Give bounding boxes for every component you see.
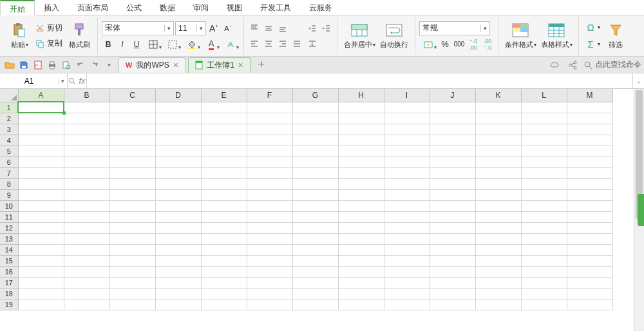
quick-menu-button[interactable]: ▾ (102, 59, 115, 71)
cell[interactable] (155, 200, 201, 211)
cell[interactable] (384, 255, 430, 266)
number-format-combo[interactable]: 常规 ▾ (419, 21, 490, 35)
cell[interactable] (201, 288, 247, 299)
cell[interactable] (247, 102, 292, 113)
cell[interactable] (155, 244, 201, 255)
cell[interactable] (292, 124, 338, 135)
cell[interactable] (521, 299, 567, 310)
cell[interactable] (109, 244, 155, 255)
cell[interactable] (338, 135, 384, 146)
close-icon[interactable]: × (238, 60, 243, 70)
cell[interactable] (64, 200, 109, 211)
cell[interactable] (338, 102, 384, 113)
row-header[interactable]: 9 (0, 189, 18, 200)
column-header[interactable]: A (18, 89, 64, 102)
cell[interactable] (430, 124, 475, 135)
row-header[interactable]: 12 (0, 222, 18, 233)
column-header[interactable]: F (247, 89, 292, 102)
cell[interactable] (567, 222, 612, 233)
cell[interactable] (430, 146, 475, 156)
row-header[interactable]: 10 (0, 200, 18, 211)
cell[interactable] (155, 288, 201, 299)
cell[interactable] (475, 189, 521, 200)
cell[interactable] (430, 277, 475, 288)
cell[interactable] (430, 156, 475, 167)
decrease-decimal-button[interactable]: .00⁻.0 (481, 38, 494, 51)
cell[interactable] (475, 288, 521, 299)
cell[interactable] (18, 146, 64, 156)
copy-button[interactable]: 复制 (32, 37, 65, 51)
percent-button[interactable]: % (439, 38, 451, 51)
cell[interactable] (155, 299, 201, 310)
increase-indent-button[interactable] (320, 22, 333, 35)
cell[interactable] (64, 102, 109, 113)
column-header[interactable]: K (475, 89, 521, 102)
cell[interactable] (338, 189, 384, 200)
cell[interactable] (338, 211, 384, 222)
column-header[interactable]: I (384, 89, 430, 102)
table-style-button[interactable]: 表格样式▾ (538, 18, 574, 54)
menu-tab-1[interactable]: 插入 (35, 0, 68, 15)
cell[interactable] (338, 200, 384, 211)
cell[interactable] (18, 200, 64, 211)
cell[interactable] (64, 299, 109, 310)
cell[interactable] (292, 244, 338, 255)
cell[interactable] (247, 288, 292, 299)
cell[interactable] (384, 167, 430, 178)
cell[interactable] (18, 178, 64, 189)
cell[interactable] (109, 102, 155, 113)
cell[interactable] (247, 189, 292, 200)
cell[interactable] (521, 222, 567, 233)
cell[interactable] (247, 124, 292, 135)
column-header[interactable]: J (430, 89, 475, 102)
cell[interactable] (567, 113, 612, 124)
redo-button[interactable] (88, 59, 101, 71)
cell[interactable] (201, 200, 247, 211)
cell[interactable] (567, 200, 612, 211)
cell[interactable] (109, 288, 155, 299)
cell[interactable] (567, 266, 612, 277)
cell[interactable] (567, 189, 612, 200)
cell[interactable] (384, 189, 430, 200)
cell[interactable] (384, 288, 430, 299)
italic-button[interactable]: I (116, 38, 129, 51)
cell[interactable] (338, 277, 384, 288)
comma-button[interactable]: 000 (453, 38, 466, 51)
cell[interactable] (201, 135, 247, 146)
cell[interactable] (567, 102, 612, 113)
row-header[interactable]: 6 (0, 156, 18, 167)
cell[interactable] (292, 222, 338, 233)
cloud-save-button[interactable] (548, 59, 561, 71)
cell[interactable] (109, 135, 155, 146)
column-header[interactable]: H (338, 89, 384, 102)
side-panel-handle[interactable] (638, 194, 644, 226)
cell[interactable] (201, 102, 247, 113)
cell[interactable] (247, 200, 292, 211)
cell[interactable] (292, 277, 338, 288)
cell[interactable] (155, 178, 201, 189)
cell[interactable] (475, 233, 521, 244)
cell[interactable] (109, 299, 155, 310)
cell[interactable] (384, 178, 430, 189)
cell[interactable] (18, 113, 64, 124)
doc-tab-mywps[interactable]: W 我的WPS × (118, 57, 185, 73)
cell[interactable] (338, 255, 384, 266)
cell[interactable] (18, 255, 64, 266)
cell[interactable] (430, 189, 475, 200)
cell[interactable] (247, 211, 292, 222)
align-left-button[interactable] (248, 37, 261, 50)
cell[interactable] (521, 156, 567, 167)
menu-tab-3[interactable]: 公式 (117, 0, 151, 15)
bold-button[interactable]: B (102, 38, 115, 51)
fill-color-button[interactable]: ▾ (183, 38, 201, 51)
cell[interactable] (247, 255, 292, 266)
row-header[interactable]: 2 (0, 113, 18, 124)
cell[interactable] (384, 299, 430, 310)
row-header[interactable]: 11 (0, 211, 18, 222)
phonetic-button[interactable]: ▾ (222, 38, 240, 51)
cell[interactable] (201, 167, 247, 178)
cell[interactable] (430, 102, 475, 113)
cell[interactable] (247, 277, 292, 288)
name-box-input[interactable] (0, 77, 58, 86)
cell[interactable] (247, 156, 292, 167)
